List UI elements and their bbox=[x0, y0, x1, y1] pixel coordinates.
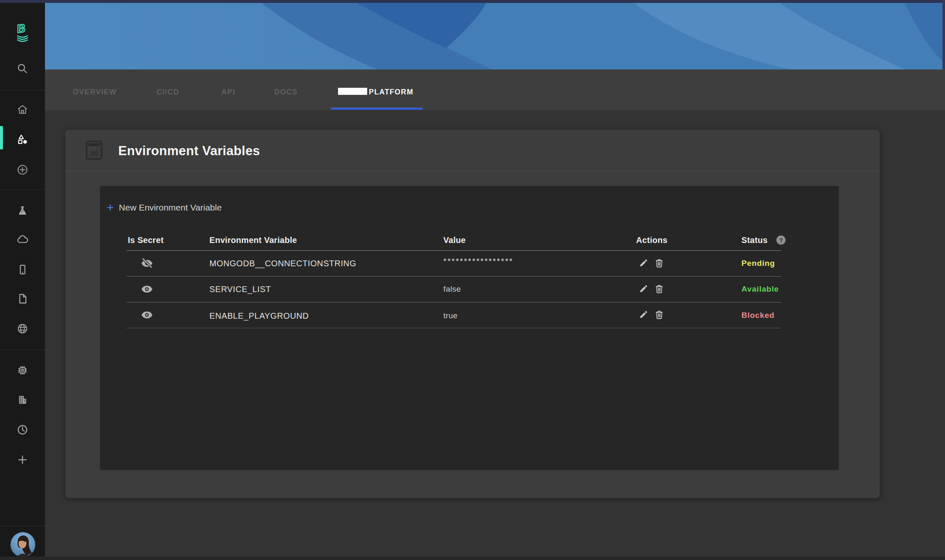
tab-docs[interactable]: DOCS bbox=[274, 87, 298, 97]
eye-icon[interactable] bbox=[141, 283, 153, 295]
svg-text:B: B bbox=[17, 22, 25, 35]
status-badge: Available bbox=[741, 283, 779, 295]
delete-icon[interactable] bbox=[654, 258, 665, 269]
sidebar-item-experiments[interactable] bbox=[16, 204, 29, 217]
tab-overview[interactable]: OVERVIEW bbox=[73, 87, 117, 97]
sidebar-item-add[interactable] bbox=[16, 453, 29, 466]
new-environment-variable-button[interactable]: + New Environment Variable bbox=[107, 201, 222, 214]
app-logo-icon[interactable]: B bbox=[13, 22, 32, 43]
eye-icon[interactable] bbox=[141, 309, 153, 321]
table-divider bbox=[127, 276, 781, 277]
sidebar-item-services[interactable] bbox=[16, 133, 29, 146]
sidebar: B bbox=[0, 3, 45, 560]
delete-icon[interactable] bbox=[654, 283, 665, 295]
plus-icon: + bbox=[107, 202, 114, 213]
status-badge: Blocked bbox=[741, 309, 775, 322]
sidebar-divider bbox=[0, 90, 45, 90]
user-avatar[interactable] bbox=[10, 532, 35, 557]
status-help-icon[interactable]: ? bbox=[776, 235, 786, 245]
env-var-name: MONGODB__CONNECTIONSTRING bbox=[209, 257, 356, 270]
top-window-strip bbox=[0, 0, 945, 3]
sidebar-item-home[interactable] bbox=[16, 103, 29, 116]
status-badge: Pending bbox=[741, 257, 775, 270]
sidebar-item-history[interactable] bbox=[16, 424, 29, 436]
sidebar-item-mobile[interactable] bbox=[16, 263, 29, 276]
column-header-variable: Environment Variable bbox=[209, 232, 297, 248]
hero-banner bbox=[45, 3, 943, 69]
sidebar-item-web[interactable] bbox=[16, 322, 29, 335]
table-divider bbox=[127, 328, 781, 328]
sidebar-item-add-circle[interactable] bbox=[16, 164, 29, 176]
env-var-name: ENABLE_PLAYGROUND bbox=[209, 310, 309, 322]
search-icon[interactable] bbox=[16, 62, 29, 75]
edit-icon[interactable] bbox=[638, 309, 649, 320]
env-var-value: ***************** bbox=[443, 255, 513, 268]
new-environment-variable-label: New Environment Variable bbox=[119, 201, 222, 214]
sidebar-divider bbox=[0, 526, 45, 526]
delete-icon[interactable] bbox=[654, 309, 665, 320]
active-tab-underline bbox=[331, 108, 423, 110]
edit-icon[interactable] bbox=[638, 258, 649, 269]
tab-cicd[interactable]: CI/CD bbox=[157, 87, 179, 97]
env-var-value: false bbox=[443, 283, 461, 295]
panel-header: (X) Environment Variables bbox=[65, 130, 880, 171]
tab-api[interactable]: API bbox=[221, 87, 235, 97]
edit-icon[interactable] bbox=[638, 283, 649, 295]
sidebar-item-organization[interactable] bbox=[16, 394, 29, 406]
page-title: Environment Variables bbox=[118, 144, 260, 159]
tab-platform[interactable]: PLATFORM bbox=[369, 87, 413, 97]
table-divider bbox=[127, 302, 781, 302]
column-header-is-secret: Is Secret bbox=[128, 232, 164, 248]
env-var-value: true bbox=[443, 310, 458, 322]
sidebar-divider bbox=[0, 189, 45, 190]
environment-variables-panel: (X) Environment Variables + New Environm… bbox=[65, 129, 880, 498]
active-nav-indicator bbox=[0, 126, 3, 149]
env-table-container: + New Environment Variable Is Secret Env… bbox=[100, 186, 839, 470]
sidebar-item-compute[interactable] bbox=[16, 364, 29, 377]
column-header-status: Status bbox=[741, 232, 768, 248]
eye-off-icon[interactable] bbox=[141, 257, 153, 270]
sidebar-item-cloud[interactable] bbox=[16, 233, 29, 246]
sidebar-divider bbox=[0, 349, 45, 350]
bottom-window-strip bbox=[0, 557, 945, 560]
banner-edge-strip bbox=[943, 0, 945, 69]
sidebar-item-documents[interactable] bbox=[16, 292, 29, 305]
platform-tab-badge bbox=[338, 88, 367, 95]
variables-icon: (X) bbox=[86, 141, 102, 160]
table-divider bbox=[127, 250, 781, 251]
column-header-actions: Actions bbox=[636, 232, 667, 248]
env-var-name: SERVICE_LIST bbox=[209, 283, 271, 295]
tab-bar: OVERVIEW CI/CD API DOCS PLATFORM bbox=[45, 69, 945, 110]
column-header-value: Value bbox=[443, 232, 466, 248]
